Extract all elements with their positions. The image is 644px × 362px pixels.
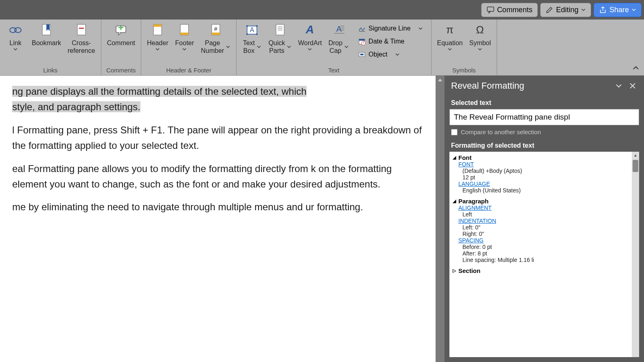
pane-title: Reveal Formatting <box>451 81 610 91</box>
pencil-icon <box>545 6 554 14</box>
pane-close-button[interactable] <box>628 81 637 91</box>
svg-rect-4 <box>77 24 85 35</box>
ribbon-collapse-button[interactable] <box>632 64 640 72</box>
date-time-button[interactable]: Date & Time <box>356 36 424 47</box>
font-value-2: 12 pt <box>462 174 636 181</box>
comment-icon <box>114 23 128 37</box>
doc-para-2: l Formatting pane, press Shift + F1. The… <box>12 122 423 154</box>
svg-rect-15 <box>212 33 220 35</box>
signature-icon <box>358 24 366 33</box>
comment-label: Comment <box>107 39 135 47</box>
svg-point-2 <box>15 28 21 33</box>
footer-label: Footer <box>175 39 194 47</box>
wordart-button[interactable]: A WordArt <box>296 21 324 66</box>
paragraph-header: Paragraph <box>458 198 488 205</box>
share-button[interactable]: Share <box>594 3 642 17</box>
pane-tree-scrollbar[interactable]: ▲ <box>632 152 639 357</box>
share-label: Share <box>609 6 629 14</box>
text-box-icon: A <box>245 23 259 37</box>
datetime-label: Date & Time <box>368 38 404 45</box>
cross-ref-icon <box>74 23 89 37</box>
pane-scroll-thumb[interactable] <box>633 160 638 172</box>
indent-left-value: Left: 0" <box>462 224 636 231</box>
signature-line-button[interactable]: Signature Line <box>356 23 424 34</box>
symbol-button[interactable]: Ω Symbol <box>467 21 493 66</box>
drop-cap-icon: A <box>331 23 346 37</box>
quick-parts-button[interactable]: Quick Parts <box>266 21 294 66</box>
svg-rect-0 <box>487 7 494 11</box>
editing-label: Editing <box>556 6 578 14</box>
chevron-down-icon <box>155 47 160 52</box>
page-number-button[interactable]: # Page Number <box>198 21 233 66</box>
svg-rect-12 <box>180 33 188 35</box>
object-icon <box>358 50 366 59</box>
editing-button[interactable]: Editing <box>540 3 591 17</box>
symbol-label: Symbol <box>469 39 491 47</box>
cross-reference-button[interactable]: Cross- reference <box>65 21 98 66</box>
pane-options-button[interactable] <box>614 81 624 91</box>
font-node-toggle[interactable]: ◢Font <box>453 154 636 161</box>
alignment-value: Left <box>462 211 636 218</box>
indentation-link[interactable]: INDENTATION <box>458 218 636 224</box>
chevron-down-icon <box>631 7 636 12</box>
link-label: Link <box>9 39 21 47</box>
alignment-link[interactable]: ALIGNMENT <box>458 205 636 211</box>
chevron-down-icon <box>13 47 18 52</box>
language-link[interactable]: LANGUAGE <box>458 181 636 187</box>
bookmark-icon <box>39 23 54 37</box>
chevron-down-icon <box>182 47 187 52</box>
chevron-down-icon <box>395 52 400 57</box>
indent-right-value: Right: 0" <box>462 231 636 237</box>
footer-button[interactable]: Footer <box>172 21 197 66</box>
svg-text:A: A <box>250 26 254 33</box>
section-node-toggle[interactable]: ▷Section <box>453 267 636 274</box>
text-group-label: Text <box>240 66 427 74</box>
wordart-icon: A <box>302 23 317 37</box>
comment-button[interactable]: Comment <box>105 21 138 66</box>
page-number-icon: # <box>208 23 223 37</box>
header-icon <box>150 23 165 37</box>
close-icon <box>629 82 636 89</box>
equation-button[interactable]: π Equation <box>435 21 465 66</box>
reveal-formatting-pane: Reveal Formatting Selected text The Reve… <box>445 76 644 362</box>
chevron-up-icon <box>632 64 640 72</box>
chevron-down-icon <box>478 47 482 52</box>
svg-point-18 <box>256 25 258 27</box>
compare-checkbox[interactable] <box>451 129 458 135</box>
doc-para-4: me by eliminating the need to navigate t… <box>12 199 423 215</box>
svg-rect-5 <box>79 28 84 29</box>
comment-icon <box>486 6 495 14</box>
svg-text:Ω: Ω <box>476 24 484 36</box>
text-box-button[interactable]: A Text Box <box>240 21 264 66</box>
bookmark-button[interactable]: Bookmark <box>29 21 64 66</box>
svg-rect-39 <box>360 54 364 55</box>
vertical-scrollbar[interactable] <box>436 76 445 362</box>
signature-label: Signature Line <box>368 25 410 32</box>
calendar-icon <box>358 37 366 46</box>
language-value: English (United States) <box>462 187 636 194</box>
paragraph-node-toggle[interactable]: ◢Paragraph <box>453 198 636 205</box>
comments-button[interactable]: Comments <box>481 3 538 17</box>
header-button[interactable]: Header <box>145 21 171 66</box>
svg-rect-22 <box>276 24 284 35</box>
drop-cap-button[interactable]: A Drop Cap <box>326 21 352 66</box>
wordart-label: WordArt <box>298 39 322 47</box>
svg-text:A: A <box>336 24 342 33</box>
section-header: Section <box>458 267 480 274</box>
chevron-down-icon <box>287 44 291 49</box>
selected-text-display: The Reveal Formatting pane displ <box>449 109 639 125</box>
document-page[interactable]: ng pane displays all the formatting deta… <box>0 76 436 362</box>
font-link[interactable]: FONT <box>458 161 636 168</box>
svg-text:π: π <box>446 24 453 36</box>
object-label: Object <box>368 51 387 58</box>
headerfooter-group-label: Header & Footer <box>145 66 233 74</box>
svg-point-20 <box>256 33 258 35</box>
object-button[interactable]: Object <box>356 49 424 60</box>
header-label: Header <box>147 39 168 47</box>
spacing-link[interactable]: SPACING <box>458 237 636 244</box>
equation-icon: π <box>442 23 457 37</box>
svg-text:#: # <box>214 26 217 32</box>
doc-line-1a: ng pane displays all the formatting deta… <box>12 86 307 97</box>
chevron-down-icon <box>418 26 423 31</box>
link-button[interactable]: Link <box>3 21 28 66</box>
